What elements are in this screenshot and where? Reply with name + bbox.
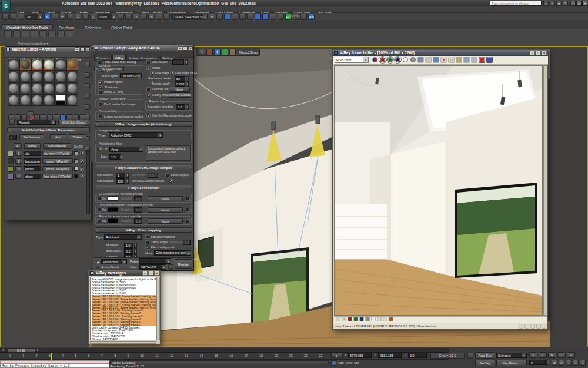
select-object-icon[interactable]: ↖ (44, 14, 51, 20)
f-icon[interactable]: F (542, 324, 546, 329)
submaterial-color-chip[interactable] (74, 167, 78, 171)
refl-env-mult-field[interactable]: 1.0 (134, 207, 142, 213)
gi-env-map-checkbox[interactable] (186, 197, 190, 201)
refl-env-on-checkbox[interactable] (97, 208, 101, 212)
color-mapping-rollout[interactable]: V-Ray:: Color mapping (95, 227, 192, 233)
material-editor-icon[interactable] (255, 14, 261, 20)
go-start-button[interactable]: « (529, 352, 537, 358)
transp-cutoff-spinner[interactable] (186, 81, 189, 87)
search-input[interactable] (490, 1, 542, 6)
ribbon-section-label[interactable]: Polygon Modeling ▾ (18, 41, 48, 45)
subpixel-checkbox[interactable] (145, 235, 149, 239)
sample-type-icon[interactable] (85, 62, 90, 67)
save-image-icon[interactable] (417, 57, 424, 63)
minimize-button[interactable]: − (530, 51, 535, 55)
refl-env-map-checkbox[interactable] (186, 208, 190, 212)
adaptive-dmc-rollout[interactable]: V-Ray:: Adaptive DMC image sampler (95, 165, 192, 170)
stamp-icon[interactable] (389, 317, 393, 321)
rendered-frame-icon[interactable] (270, 14, 276, 20)
override-mtl-checkbox[interactable] (146, 87, 151, 91)
compare-h-icon[interactable]: H (377, 317, 382, 321)
material-slot[interactable] (8, 94, 19, 106)
submaterial-button[interactable]: paper ( VRayMtl ) (42, 158, 73, 164)
minimize-button[interactable]: − (570, 1, 576, 6)
pan-tool-icon[interactable] (336, 317, 340, 321)
max-subdivs-spinner[interactable] (126, 178, 129, 184)
named-selection-dropdown[interactable]: Create Selection Se (171, 14, 208, 20)
show-gi-only-checkbox[interactable] (98, 90, 102, 94)
submaterial-name-field[interactable]: photo (24, 166, 41, 171)
submaterial-id[interactable]: 1 (15, 151, 22, 156)
frame-spinner[interactable] (546, 360, 549, 365)
delete-button[interactable]: Delete (69, 134, 86, 140)
material-slot[interactable] (19, 71, 31, 82)
clear-image-icon[interactable] (425, 57, 432, 63)
render-button[interactable]: Render (175, 259, 192, 269)
maxscript-listener[interactable]: Max to Physics Geometry Scale = 1.0 (0, 364, 109, 368)
environment-rollout[interactable]: V-Ray:: Environment (95, 185, 192, 190)
clamp-output-checkbox[interactable] (145, 240, 149, 244)
submaterial-name-field[interactable]: glass (24, 174, 41, 179)
material-slot[interactable] (19, 82, 31, 94)
refr-env-map-checkbox[interactable] (186, 219, 190, 223)
filter-maps-gi-checkbox[interactable] (170, 71, 174, 75)
clr-thresh-field[interactable]: 0.01 (148, 173, 158, 178)
edit-named-selections-icon[interactable] (163, 14, 170, 20)
frame-buffer-title-bar[interactable]: V-Ray frame buffer - [100% of 900 x 1200… (333, 50, 547, 56)
photometric-checkbox[interactable] (146, 114, 151, 118)
refl-env-color-swatch[interactable] (108, 207, 118, 212)
select-cursor-icon[interactable]: ↖ (199, 49, 205, 55)
compare-ab-icon[interactable]: ▮ (383, 317, 387, 321)
angle-snap-icon[interactable] (141, 14, 147, 20)
maximize-button[interactable]: □ (576, 1, 582, 6)
render-setup-title-bar[interactable]: Render Setup: V-Ray Adv 2.40.04 −□✕ (93, 45, 193, 51)
maximize-button[interactable]: □ (536, 51, 541, 55)
srgb-icon[interactable] (486, 57, 493, 63)
orbit-view-icon[interactable]: ○ (573, 360, 579, 366)
close-button[interactable]: ✕ (542, 51, 547, 55)
bind-spacewarp-icon[interactable] (18, 14, 24, 20)
info-icon[interactable]: i (342, 317, 346, 321)
affect-background-checkbox[interactable] (145, 246, 149, 250)
submaterial-color-chip[interactable] (74, 159, 78, 163)
snaps-toggle-icon[interactable]: 3 (133, 14, 139, 20)
alpha-small-icon[interactable] (371, 317, 376, 321)
sample-tiling-icon[interactable] (85, 94, 90, 99)
sort-id-button[interactable]: ID (14, 143, 22, 149)
refr-env-mult-field[interactable]: 1.0 (134, 218, 142, 224)
backlight-icon[interactable] (85, 72, 90, 78)
zoom-extents-icon[interactable]: ⊕ (552, 360, 557, 366)
y-coordinate-field[interactable]: 9831.185 (378, 353, 402, 358)
submaterial-enabled-checkbox[interactable] (80, 159, 84, 163)
correction-curves-icon[interactable] (479, 57, 485, 63)
select-rotate-icon[interactable]: ○ (82, 14, 89, 20)
macro-label[interactable]: Macro2 Drag (239, 51, 258, 54)
material-slot[interactable] (55, 71, 66, 82)
current-frame-field[interactable]: 0 (529, 360, 546, 365)
prev-frame-button[interactable]: ‹ (539, 352, 547, 358)
max-transp-field[interactable]: 50 (175, 76, 185, 81)
material-editor-title-bar[interactable]: Material Editor - Artwork −□✕ (5, 47, 91, 52)
macro-drag-icon[interactable] (229, 49, 236, 55)
submaterial-name-field[interactable]: backpaper (24, 158, 41, 164)
lock-selection-icon[interactable] (331, 353, 336, 358)
slider-right-arrow[interactable]: ► (36, 348, 39, 352)
zoom-magnifier-icon[interactable]: ○ (448, 57, 455, 63)
polygon-tool-icon[interactable] (48, 30, 56, 37)
override-mtl-button[interactable]: None (169, 87, 190, 92)
z-coordinate-field[interactable]: 0.0 (408, 353, 427, 358)
blue-small-icon[interactable] (359, 317, 364, 321)
production-radio[interactable] (96, 260, 100, 264)
polygon-tool-icon[interactable] (13, 30, 21, 37)
go-end-button[interactable]: » (567, 352, 575, 358)
select-scale-icon[interactable]: △ (90, 14, 96, 20)
field-of-view-icon[interactable]: ◎ (559, 360, 564, 366)
rb-button[interactable]: RB (308, 14, 315, 20)
render-production-icon[interactable] (278, 14, 284, 20)
green-small-icon[interactable] (353, 317, 358, 321)
spinner-snap-icon[interactable] (156, 14, 162, 20)
min-subdivs-spinner[interactable] (126, 173, 129, 178)
material-slot[interactable] (8, 82, 19, 94)
submaterial-enabled-checkbox[interactable] (80, 151, 84, 155)
refr-env-color-swatch[interactable] (108, 218, 118, 223)
